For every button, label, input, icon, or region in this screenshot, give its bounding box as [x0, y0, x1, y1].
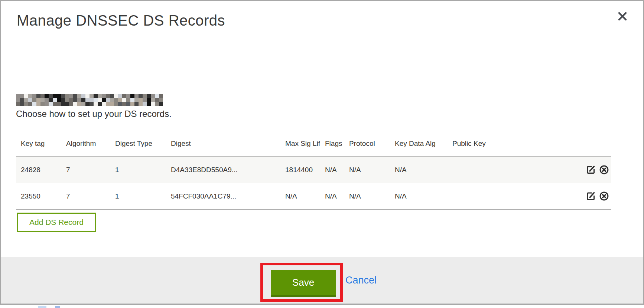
row-actions — [580, 156, 611, 183]
delete-icon[interactable] — [599, 165, 609, 175]
cell-digest-type: 1 — [110, 156, 166, 183]
manage-dnssec-dialog: Manage DNSSEC DS Records Choose how to s… — [0, 0, 644, 305]
col-header-digest-type: Digest Type — [110, 134, 166, 156]
close-icon[interactable] — [616, 10, 629, 23]
col-header-algorithm: Algorithm — [61, 134, 110, 156]
edit-icon[interactable] — [586, 165, 596, 175]
cell-flags: N/A — [320, 183, 344, 210]
cell-key-tag: 24828 — [16, 156, 61, 183]
cell-public-key — [448, 183, 580, 210]
cell-digest: 54FCF030AA1C79... — [166, 183, 280, 210]
cell-max-sig-life: N/A — [280, 183, 320, 210]
save-button[interactable]: Save — [271, 270, 336, 297]
edit-icon[interactable] — [586, 191, 596, 201]
row-actions — [580, 183, 611, 210]
cell-algorithm: 7 — [61, 156, 110, 183]
table-header-row: Key tag Algorithm Digest Type Digest Max… — [16, 134, 611, 156]
cell-algorithm: 7 — [61, 183, 110, 210]
cell-digest-type: 1 — [110, 183, 166, 210]
page-title: Manage DNSSEC DS Records — [17, 12, 225, 29]
cell-key-data-alg: N/A — [390, 183, 448, 210]
redacted-domain-name — [16, 94, 163, 106]
ds-records-table: Key tag Algorithm Digest Type Digest Max… — [16, 134, 611, 210]
col-header-key-tag: Key tag — [16, 134, 61, 156]
col-header-digest: Digest — [166, 134, 280, 156]
col-header-public-key: Public Key — [448, 134, 580, 156]
cell-public-key — [448, 156, 580, 183]
col-header-actions — [580, 134, 611, 156]
cell-protocol: N/A — [344, 156, 390, 183]
col-header-key-data-alg: Key Data Alg — [390, 134, 448, 156]
cell-digest: D4A33E8DD550A9... — [166, 156, 280, 183]
underlying-page-fragment — [38, 306, 60, 308]
table-row: 24828 7 1 D4A33E8DD550A9... 1814400 N/A … — [16, 156, 611, 183]
col-header-flags: Flags — [320, 134, 344, 156]
add-ds-record-button[interactable]: Add DS Record — [17, 213, 96, 232]
cell-protocol: N/A — [344, 183, 390, 210]
cancel-link[interactable]: Cancel — [345, 275, 377, 286]
delete-icon[interactable] — [599, 191, 609, 201]
table-row: 23550 7 1 54FCF030AA1C79... N/A N/A N/A … — [16, 183, 611, 210]
cell-key-data-alg: N/A — [390, 156, 448, 183]
cell-max-sig-life: 1814400 — [280, 156, 320, 183]
col-header-protocol: Protocol — [344, 134, 390, 156]
cell-key-tag: 23550 — [16, 183, 61, 210]
instruction-text: Choose how to set up your DS records. — [16, 109, 172, 119]
col-header-max-sig-life: Max Sig Life — [280, 134, 320, 156]
cell-flags: N/A — [320, 156, 344, 183]
